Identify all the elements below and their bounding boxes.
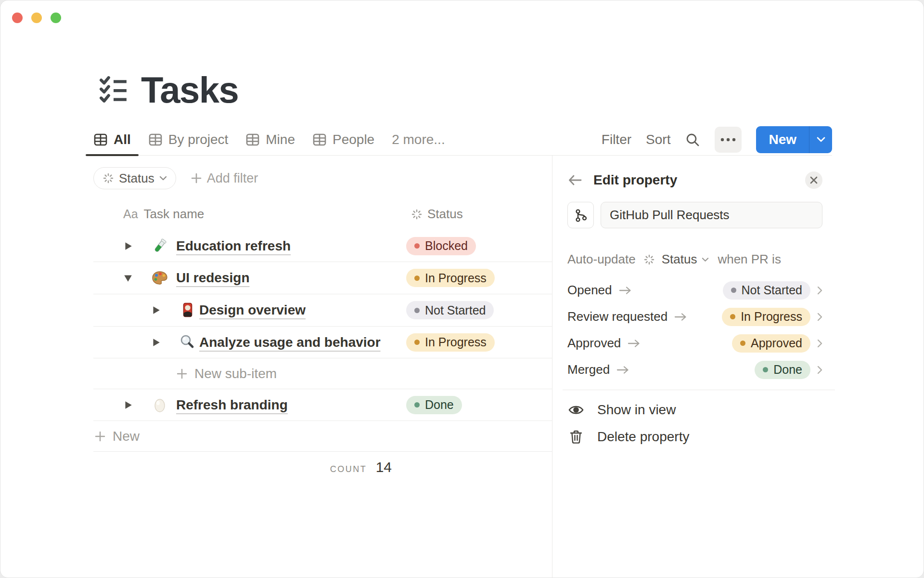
table-footer[interactable]: COUNT 14: [93, 459, 392, 475]
column-header-task-name[interactable]: Aa Task name: [123, 198, 204, 230]
new-button[interactable]: New: [756, 126, 809, 153]
page-title-row: Tasks: [99, 69, 238, 111]
plus-icon: [191, 172, 202, 184]
show-in-view-button[interactable]: Show in view: [567, 397, 822, 422]
sort-button[interactable]: Sort: [646, 132, 670, 147]
zoom-window-button[interactable]: [51, 13, 61, 23]
expand-toggle-icon[interactable]: [123, 400, 133, 410]
new-sub-item-label: New sub-item: [194, 366, 277, 381]
chevron-down-icon: [702, 257, 709, 262]
tab-by-project[interactable]: By project: [148, 124, 229, 155]
view-topbar: All By project Mine: [93, 124, 832, 156]
new-row-label: New: [113, 429, 140, 444]
expand-toggle-icon[interactable]: [123, 241, 133, 251]
status-label: Not Started: [742, 283, 802, 297]
arrow-right-icon: [628, 339, 640, 348]
add-filter-button[interactable]: Add filter: [191, 171, 258, 186]
expand-toggle-icon[interactable]: [151, 305, 161, 315]
auto-update-rule: Auto-update Status when PR is: [567, 252, 781, 267]
close-panel-button[interactable]: [805, 171, 822, 189]
delete-property-button[interactable]: Delete property: [567, 424, 822, 449]
expand-toggle-icon[interactable]: [151, 338, 161, 347]
mapping-row-opened[interactable]: Opened Not Started: [567, 277, 822, 303]
window-controls: [12, 13, 61, 23]
mapping-row-merged[interactable]: Merged Done: [567, 356, 822, 383]
collapse-toggle-icon[interactable]: [123, 273, 133, 283]
task-title-link[interactable]: Analyze usage and behavior: [199, 335, 381, 350]
filter-bar: Status Add filter: [93, 167, 258, 189]
new-sub-item-row[interactable]: New sub-item: [93, 358, 552, 389]
status-label: In Progress: [741, 310, 802, 324]
property-name-input[interactable]: [601, 202, 822, 228]
filter-button[interactable]: Filter: [602, 132, 631, 147]
page-title: Tasks: [141, 69, 238, 111]
status-cell[interactable]: In Progress: [406, 333, 495, 352]
status-dot: [414, 276, 420, 281]
new-dropdown-button[interactable]: [809, 126, 832, 153]
mapping-row-approved[interactable]: Approved Approved: [567, 330, 822, 356]
tab-mine[interactable]: Mine: [245, 124, 295, 155]
status-chip-label: Status: [119, 171, 154, 186]
close-window-button[interactable]: [12, 13, 23, 23]
count-label: COUNT: [330, 464, 367, 474]
close-icon: [810, 176, 818, 184]
task-list-icon: [99, 75, 128, 105]
more-tabs-button[interactable]: 2 more...: [392, 132, 445, 147]
chevron-right-icon: [817, 286, 822, 295]
mapping-row-review-requested[interactable]: Review requested In Progress: [567, 303, 822, 330]
status-filter-chip[interactable]: Status: [93, 167, 176, 189]
trash-icon: [567, 430, 585, 444]
status-dot: [414, 308, 420, 313]
count-value: 14: [376, 459, 392, 475]
artist-palette-emoji: [151, 269, 168, 287]
pr-event-label: Approved: [567, 336, 621, 351]
chevron-right-icon: [817, 366, 822, 374]
more-options-button[interactable]: [715, 127, 742, 153]
minimize-window-button[interactable]: [31, 13, 42, 23]
status-cell[interactable]: Blocked: [406, 237, 476, 255]
property-name-row: [567, 202, 822, 228]
table-row[interactable]: Refresh branding Done: [93, 389, 552, 421]
task-title-link[interactable]: Design overview: [199, 302, 306, 318]
status-cell[interactable]: Done: [406, 396, 462, 414]
arrow-right-icon: [674, 313, 687, 321]
task-table: Education refresh Blocked UI redesign: [93, 230, 552, 452]
tab-all[interactable]: All: [93, 124, 131, 155]
column-header-status[interactable]: Status: [411, 198, 463, 230]
search-icon[interactable]: [685, 132, 700, 147]
table-row[interactable]: Design overview Not Started: [93, 294, 552, 327]
table-view-icon: [245, 132, 260, 147]
task-title-link[interactable]: Refresh branding: [176, 397, 288, 413]
auto-update-property-dropdown[interactable]: Status: [662, 252, 697, 267]
panel-header: Edit property: [567, 169, 822, 191]
table-row[interactable]: Analyze usage and behavior In Progress: [93, 327, 552, 358]
tab-label: All: [114, 132, 131, 147]
chevron-down-icon: [159, 176, 167, 181]
new-row[interactable]: New: [93, 421, 552, 452]
task-title-link[interactable]: Education refresh: [176, 238, 291, 254]
table-row[interactable]: UI redesign In Progress: [93, 262, 552, 294]
tab-label: People: [333, 132, 374, 147]
panel-divider: [563, 390, 835, 390]
test-tube-emoji: [151, 237, 168, 255]
git-pull-request-icon-button[interactable]: [567, 202, 594, 228]
auto-update-suffix: when PR is: [718, 252, 781, 267]
status-label: Approved: [751, 336, 802, 350]
status-dot: [414, 340, 420, 345]
view-tabs: All By project Mine: [93, 124, 445, 155]
back-arrow-icon[interactable]: [567, 173, 583, 187]
table-header: Aa Task name Status: [93, 198, 552, 230]
status-dot: [731, 288, 736, 293]
status-dot: [730, 314, 735, 319]
task-title-link[interactable]: UI redesign: [176, 270, 249, 286]
status-cell[interactable]: Not Started: [406, 301, 494, 319]
column-label: Task name: [144, 207, 205, 222]
tab-people[interactable]: People: [312, 124, 374, 155]
magnifying-glass-emoji: [179, 334, 196, 351]
status-dot: [414, 402, 420, 407]
table-row[interactable]: Education refresh Blocked: [93, 230, 552, 262]
status-burst-icon: [643, 254, 655, 265]
plus-icon: [176, 368, 188, 380]
status-cell[interactable]: In Progress: [406, 269, 495, 287]
status-burst-icon: [411, 209, 423, 220]
